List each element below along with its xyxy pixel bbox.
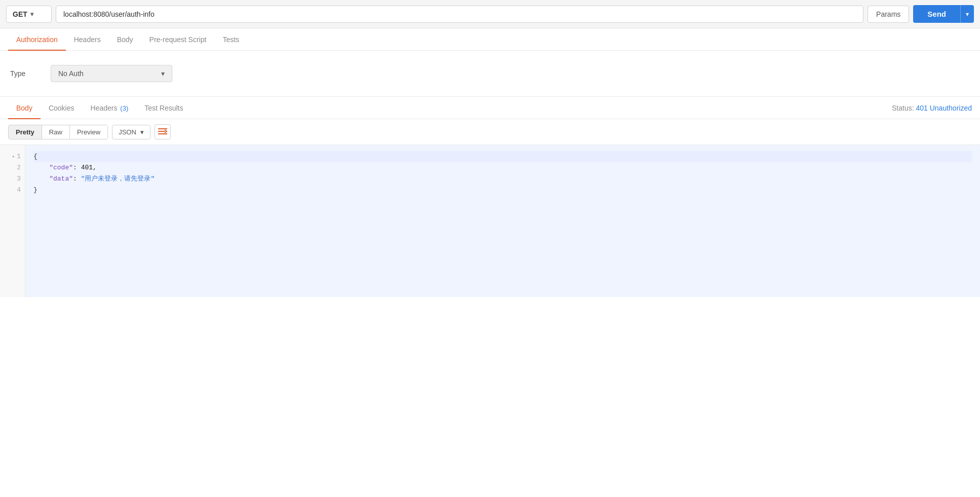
- auth-row: Type No Auth ▾: [10, 65, 970, 82]
- line-num-1: ▾ 1: [4, 151, 21, 162]
- params-button[interactable]: Params: [868, 6, 909, 23]
- tab-headers[interactable]: Headers: [66, 28, 109, 51]
- resp-tab-headers[interactable]: Headers (3): [83, 97, 137, 119]
- auth-type-label: Type: [10, 69, 41, 78]
- auth-type-select[interactable]: No Auth ▾: [51, 65, 172, 82]
- status-value: 401 Unauthorized: [916, 104, 972, 112]
- raw-button[interactable]: Raw: [42, 125, 70, 139]
- format-bar: Pretty Raw Preview JSON ▾: [0, 119, 980, 145]
- auth-type-value: No Auth: [58, 69, 84, 78]
- url-input[interactable]: [56, 6, 863, 23]
- status-info: Status: 401 Unauthorized: [892, 104, 972, 112]
- code-line-2: "code": 401,: [33, 162, 972, 173]
- format-group: Pretty Raw Preview: [8, 125, 108, 139]
- headers-badge: (3): [120, 104, 128, 112]
- request-tabs: Authorization Headers Body Pre-request S…: [0, 28, 980, 51]
- wrap-icon[interactable]: [155, 124, 171, 139]
- method-chevron-icon: ▾: [30, 11, 33, 18]
- response-tabs: Body Cookies Headers (3) Test Results St…: [0, 97, 980, 119]
- auth-section: Type No Auth ▾: [0, 51, 980, 97]
- collapse-arrow-1[interactable]: ▾: [12, 153, 15, 161]
- code-value-code: 401: [81, 164, 93, 171]
- json-select[interactable]: JSON ▾: [112, 125, 150, 139]
- tab-tests[interactable]: Tests: [214, 28, 247, 51]
- tab-authorization[interactable]: Authorization: [8, 28, 66, 51]
- top-bar: GET ▾ Params Send ▾: [0, 0, 980, 28]
- send-dropdown-button[interactable]: ▾: [960, 5, 974, 23]
- send-button-group: Send ▾: [913, 5, 974, 23]
- preview-button[interactable]: Preview: [70, 125, 107, 139]
- line-num-3: 3: [4, 173, 21, 185]
- send-button[interactable]: Send: [913, 5, 960, 23]
- code-line-4: }: [33, 185, 972, 196]
- resp-tab-cookies[interactable]: Cookies: [41, 97, 83, 119]
- line-numbers: ▾ 1 2 3 4: [0, 145, 25, 297]
- code-key-code: "code": [49, 164, 73, 171]
- method-select[interactable]: GET ▾: [6, 6, 52, 23]
- line-num-4: 4: [4, 185, 21, 196]
- code-line-1: {: [33, 151, 972, 162]
- resp-tab-test-results[interactable]: Test Results: [136, 97, 191, 119]
- resp-tab-body[interactable]: Body: [8, 97, 41, 119]
- pretty-button[interactable]: Pretty: [9, 125, 42, 139]
- method-label: GET: [13, 10, 27, 18]
- code-value-data: "用户未登录，请先登录": [81, 175, 155, 183]
- code-key-data: "data": [49, 175, 73, 183]
- json-label: JSON: [119, 128, 136, 136]
- line-num-2: 2: [4, 162, 21, 173]
- code-line-3: "data": "用户未登录，请先登录": [33, 173, 972, 185]
- auth-type-chevron-icon: ▾: [161, 69, 165, 78]
- code-view: ▾ 1 2 3 4 { "code": 401, "data": "用户未登录，…: [0, 145, 980, 297]
- tab-pre-request-script[interactable]: Pre-request Script: [141, 28, 215, 51]
- tab-body[interactable]: Body: [109, 28, 141, 51]
- json-chevron-icon: ▾: [140, 128, 144, 136]
- code-content: { "code": 401, "data": "用户未登录，请先登录" }: [25, 145, 980, 297]
- status-label: Status:: [892, 104, 914, 112]
